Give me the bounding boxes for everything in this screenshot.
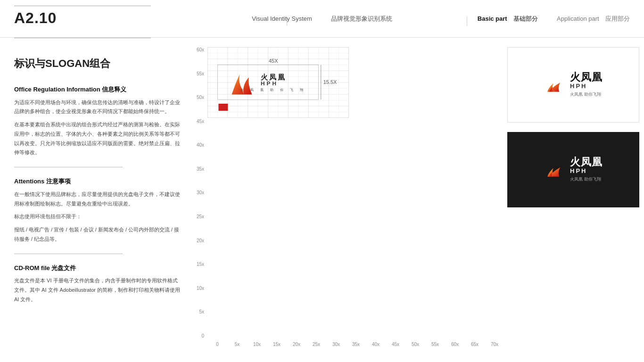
section2-body3: 报纸 / 电视广告 / 宣传 / 包装 / 会议 / 新闻发布会 / 公司内外部… xyxy=(14,225,182,244)
y-axis-label: 5x xyxy=(199,309,204,314)
main-area: 60x55x50x45x40x35x30x25x20x15x10x5x0 45X… xyxy=(189,42,639,357)
divider2 xyxy=(14,254,123,254)
x-axis-label: 65x xyxy=(465,342,485,347)
header: A2.10 Visual Identity System 品牌视觉形象识别系统 … xyxy=(0,0,644,38)
section3-body1: 光盘文件是本 VI 手册电子文件的集合，内含手册制作时的专用软件格式文件。其中 … xyxy=(14,276,182,304)
section1-subtitle: Office Regulation Information 信息释义 xyxy=(14,85,182,94)
x-axis-label: 55x xyxy=(425,342,445,347)
svg-text:45X: 45X xyxy=(269,58,278,64)
slogan-white: 火凤凰 助你飞翔 xyxy=(570,91,603,98)
logo-icon-white xyxy=(544,74,565,95)
x-axis-label: 10x xyxy=(247,342,267,347)
page-number: A2.10 xyxy=(14,9,57,27)
section2-subtitle: Attentions 注意事项 xyxy=(14,177,182,186)
x-axis-label: 50x xyxy=(405,342,425,347)
brand-label: 品牌视觉形象识别系统 xyxy=(331,15,392,23)
x-axis-label: 0 xyxy=(207,342,227,347)
grid-svg: 45X15.5X火凤凰HPH火 凤 凰 助 你 飞 翔 xyxy=(207,47,349,118)
basic-label: Basic part xyxy=(478,15,507,22)
logo-black: 火凤凰 HPH 火凤凰 助你飞翔 xyxy=(544,157,603,183)
y-axis-label: 40x xyxy=(197,142,204,148)
y-axis-label: 50x xyxy=(197,95,204,100)
basic-cn: 基础部分 xyxy=(513,15,538,22)
section2-body2: 标志使用环境包括但不限于： xyxy=(14,212,182,222)
logo-white: 火凤凰 HPH 火凤凰 助你飞翔 xyxy=(544,72,603,98)
vi-label: Visual Identity System xyxy=(252,15,312,22)
section1-body1: 为适应不同使用场合与环境，确保信息传达的清晰与准确，特设计了企业品牌的多种组合，… xyxy=(14,98,182,117)
y-axis: 60x55x50x45x40x35x30x25x20x15x10x5x0 xyxy=(189,47,206,338)
y-axis-label: 25x xyxy=(197,214,204,219)
y-axis-label: 20x xyxy=(197,238,204,243)
x-axis-label: 60x xyxy=(445,342,465,347)
svg-text:火 凤 凰   助 你 飞 翔: 火 凤 凰 助 你 飞 翔 xyxy=(240,88,306,91)
brand-en-white: HPH xyxy=(570,82,603,90)
header-sep1 xyxy=(287,16,287,26)
brand-cn-white: 火凤凰 xyxy=(570,72,603,82)
x-axis-label: 15x xyxy=(267,342,287,347)
logo-text-white: 火凤凰 HPH 火凤凰 助你飞翔 xyxy=(570,72,603,98)
x-axis-label: 70x xyxy=(485,342,504,347)
y-axis-label: 60x xyxy=(197,47,204,52)
logo-text-black: 火凤凰 HPH 火凤凰 助你飞翔 xyxy=(570,157,603,183)
x-axis-label: 40x xyxy=(366,342,386,347)
slogan-black: 火凤凰 助你飞翔 xyxy=(570,176,603,182)
y-axis-label: 35x xyxy=(197,166,204,172)
bottom-border-line xyxy=(14,38,151,38)
x-axis-label: 20x xyxy=(287,342,306,347)
section3-subtitle: CD-ROM file 光盘文件 xyxy=(14,263,182,273)
y-axis-label: 45x xyxy=(197,119,204,124)
x-axis-label: 45x xyxy=(386,342,405,347)
brand-en-black: HPH xyxy=(570,167,603,175)
x-axis: 05x10x15x20x25x30x35x40x45x50x55x60x65x7… xyxy=(207,339,504,357)
svg-rect-35 xyxy=(218,104,228,111)
logo-white-box: 火凤凰 HPH 火凤凰 助你飞翔 xyxy=(507,47,639,123)
logo-black-box: 火凤凰 HPH 火凤凰 助你飞翔 xyxy=(507,132,639,207)
graph-container: 60x55x50x45x40x35x30x25x20x15x10x5x0 45X… xyxy=(189,42,504,357)
y-axis-label: 30x xyxy=(197,190,204,195)
section1-body2: 在基本要素组合系统中出现的组合形式均经过严格的测算与检验。在实际应用中，标志的位… xyxy=(14,120,182,157)
left-panel: 标识与SLOGAN组合 Office Regulation Informatio… xyxy=(14,42,182,357)
app-label: Application part xyxy=(557,15,599,22)
svg-text:HPH: HPH xyxy=(261,80,278,87)
header-sep2 xyxy=(467,16,467,26)
x-axis-label: 25x xyxy=(306,342,326,347)
header-right: Basic part 基础部分 Application part 应用部分 xyxy=(465,14,630,23)
section-title-main: 标识与SLOGAN组合 xyxy=(14,57,182,71)
section2-body1: 在一般情况下使用品牌标志，应尽量使用提供的光盘电子文件，不建议使用标准制图绘制标… xyxy=(14,190,182,209)
divider1 xyxy=(14,167,123,167)
y-axis-label: 0 xyxy=(201,333,204,338)
x-axis-label: 30x xyxy=(326,342,346,347)
brand-cn-black: 火凤凰 xyxy=(570,157,603,167)
y-axis-label: 10x xyxy=(197,286,204,291)
y-axis-label: 15x xyxy=(197,262,204,267)
x-axis-label: 5x xyxy=(227,342,247,347)
svg-text:15.5X: 15.5X xyxy=(323,79,337,85)
logo-display-area: 火凤凰 HPH 火凤凰 助你飞翔 xyxy=(507,42,639,357)
y-axis-label: 55x xyxy=(197,71,204,76)
top-border-line xyxy=(14,6,151,6)
header-center: Visual Identity System 品牌视觉形象识别系统 xyxy=(179,15,465,23)
app-cn: 应用部分 xyxy=(605,15,630,22)
x-axis-label: 35x xyxy=(346,342,366,347)
logo-icon-black xyxy=(544,159,565,180)
